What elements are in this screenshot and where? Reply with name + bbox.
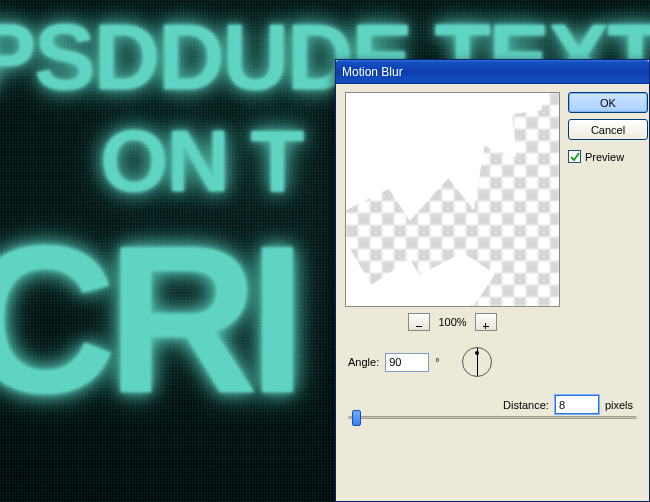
preview-checkbox[interactable]: Preview: [568, 150, 624, 163]
checkbox-icon: [568, 150, 581, 163]
motion-blur-dialog: Motion Blur 100% OK Cancel Preview: [335, 59, 650, 502]
distance-label: Distance:: [503, 399, 549, 411]
dialog-title: Motion Blur: [342, 65, 403, 79]
distance-slider[interactable]: [348, 416, 637, 419]
preview-checkbox-label: Preview: [585, 151, 624, 163]
canvas-text-line-3: CRI: [0, 215, 297, 425]
filter-preview[interactable]: [345, 92, 560, 307]
angle-input[interactable]: [385, 353, 429, 372]
dialog-titlebar[interactable]: Motion Blur: [336, 60, 649, 84]
slider-thumb[interactable]: [352, 410, 361, 426]
distance-unit: pixels: [605, 399, 633, 411]
cancel-button[interactable]: Cancel: [568, 119, 648, 140]
canvas-text-line-2: ON T: [100, 110, 302, 212]
ok-button[interactable]: OK: [568, 92, 648, 113]
angle-dial[interactable]: [462, 347, 492, 377]
angle-unit: °: [435, 356, 439, 368]
angle-label: Angle:: [348, 356, 379, 368]
zoom-in-button[interactable]: [475, 313, 497, 331]
zoom-level: 100%: [438, 316, 466, 328]
zoom-out-button[interactable]: [408, 313, 430, 331]
